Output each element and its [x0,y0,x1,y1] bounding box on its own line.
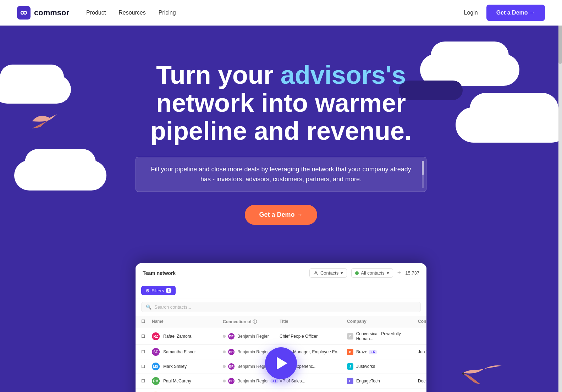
col-connection: Connection of ⓘ [223,319,280,325]
connection-dot [223,365,226,368]
nav-link-pricing[interactable]: Pricing [159,10,176,16]
filter-icon: ⚙ [145,288,150,293]
chevron-down-icon: ▾ [341,270,343,276]
hero-demo-button[interactable]: Get a Demo → [245,205,317,225]
avatar: RZ [152,332,160,340]
hero-subtitle-text: Fill your pipeline and close more deals … [151,166,411,183]
contacts-icon [313,271,318,276]
all-contacts-dropdown[interactable]: All contacts ▾ [351,268,393,278]
connection-name: Benjamin Regier [237,334,269,339]
table-row[interactable]: ☐ RK Rebecca Krouse BR Benjamin Regier C… [136,388,426,392]
filters-bar: ⚙ Filters 3 [136,283,426,298]
search-input-box[interactable]: 🔍 Search contacts... [141,302,421,312]
hero-title: Turn your advisors's network into warmer… [136,61,426,145]
row-checkbox[interactable]: ☐ [141,364,152,369]
nav-demo-button[interactable]: Get a Demo → [486,5,545,21]
company-logo: E [347,378,353,384]
cell-connected-date: Dec 16, 2020 [418,379,426,383]
hero-title-accent: advisors's [281,61,406,89]
cell-title: VP of Sales... [280,379,347,383]
nav-link-resources[interactable]: Resources [119,10,145,16]
dashboard-header: Team network Contacts ▾ All contacts ▾ +… [136,263,426,283]
contacts-dropdown[interactable]: Contacts ▾ [309,268,347,278]
page-scrollbar[interactable] [558,0,562,392]
cell-company: J Justworks [347,363,418,370]
connection-avatar: BR [228,333,235,339]
company-logo: C [347,333,353,339]
col-title: Title [280,319,347,325]
connection-name: Benjamin Regier [237,349,269,354]
cloud-decoration-tr2 [456,107,562,143]
filters-label: Filters [151,288,164,293]
navbar-right: Login Get a Demo → [464,5,545,21]
play-button[interactable] [265,347,297,379]
logo-text: commsor [34,8,69,17]
contacts-count: 15,737 [405,270,419,276]
cell-name: RZ Rafael Zamora [152,332,223,340]
hero-content: Turn your advisors's network into warmer… [136,61,426,256]
logo[interactable]: commsor [17,6,69,20]
company-logo: J [347,363,353,370]
cell-name: PM Paul McCarthy [152,377,223,385]
connection-name: Benjamin Regier [237,364,269,369]
svg-point-1 [24,11,27,14]
badge-plus: +6 [369,350,377,354]
row-checkbox[interactable]: ☐ [141,334,152,339]
col-connected-date: Connected date [418,319,426,325]
dashboard-title: Team network [143,270,176,276]
row-checkbox[interactable]: ☐ [141,349,152,354]
contact-name: Rafael Zamora [163,334,191,339]
connection-avatar: BR [228,363,235,370]
contact-name: Paul McCarthy [163,379,191,383]
company-name: Braze [356,349,367,354]
col-name: Name [152,319,223,325]
dashboard-search: 🔍 Search contacts... [136,298,426,316]
dashboard-controls: Contacts ▾ All contacts ▾ + 15,737 [309,268,419,278]
all-contacts-label: All contacts [361,270,384,276]
contact-name: Mark Smiley [163,364,187,369]
logo-icon [17,6,31,20]
subtitle-scrollbar-thumb [422,161,424,175]
cell-connection: BR Benjamin Regier [223,333,280,339]
chevron-down-icon-2: ▾ [387,270,389,276]
cell-title: Chief People Officer [280,334,347,339]
navbar: commsor Product Resources Pricing Login … [0,0,562,26]
filters-count: 3 [166,288,171,293]
hero-section: Turn your advisors's network into warmer… [0,26,562,392]
dashboard-preview: Team network Contacts ▾ All contacts ▾ +… [136,263,426,392]
hero-subtitle-box: Fill your pipeline and close more deals … [136,157,426,192]
contact-name: Samantha Eisner [163,349,196,354]
search-icon: 🔍 [146,304,151,310]
video-overlay [265,347,297,379]
contacts-label: Contacts [320,270,338,276]
avatar: PM [152,377,160,385]
cell-name: SE Samantha Eisner [152,348,223,356]
filters-button[interactable]: ⚙ Filters 3 [141,286,176,295]
play-triangle-icon [277,357,287,370]
row-checkbox[interactable]: ☐ [141,379,152,383]
nav-link-product[interactable]: Product [86,10,106,16]
navbar-left: commsor Product Resources Pricing [17,6,176,20]
connection-name: Benjamin Regier [237,379,269,383]
cell-name: MS Mark Smiley [152,363,223,370]
cloud-decoration-tl [0,75,71,104]
table-row[interactable]: ☐ RZ Rafael Zamora BR Benjamin Regier Ch… [136,328,426,345]
connection-dot [223,350,226,353]
company-name: Justworks [356,364,375,369]
col-company: Company [347,319,418,325]
connection-dot [223,335,226,338]
nav-links: Product Resources Pricing [86,10,176,16]
company-name: Conversica - Powerfully Human... [356,331,418,341]
cloud-decoration-tl2 [14,160,106,191]
add-icon[interactable]: + [397,269,401,277]
status-dot [355,271,359,275]
avatar: MS [152,363,160,370]
hero-title-part1: Turn your [156,61,281,89]
avatar: SE [152,348,160,356]
company-name: EngageTech [356,379,380,383]
company-logo: B [347,349,353,355]
connection-dot [223,380,226,382]
checkbox-header[interactable]: ☐ [141,319,152,325]
cell-connected-date: Jun 21, 2022 [418,349,426,354]
login-button[interactable]: Login [464,10,478,16]
